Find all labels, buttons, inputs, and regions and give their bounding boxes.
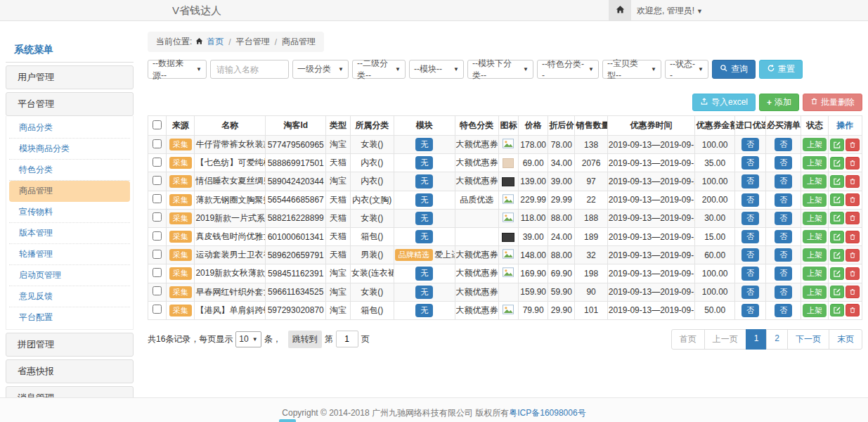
sidebar-sub-item[interactable]: 意见反馈	[9, 286, 130, 307]
per-page-select[interactable]: 10 ▼	[235, 331, 261, 347]
sidebar-sub-item[interactable]: 特色分类	[9, 160, 130, 181]
sidebar-group-item[interactable]: 拼团管理	[6, 333, 134, 357]
must-buy-toggle-badge[interactable]: 否	[775, 267, 792, 280]
breadcrumb-home-link[interactable]: 首页	[207, 36, 224, 48]
imported-toggle-badge[interactable]: 否	[741, 138, 759, 151]
delete-button[interactable]	[846, 157, 860, 170]
filter-select-source[interactable]: --数据来源--▼	[148, 60, 207, 79]
add-button[interactable]: +添加	[759, 94, 799, 111]
row-checkbox[interactable]	[153, 212, 162, 222]
delete-button[interactable]	[846, 212, 860, 224]
edit-button[interactable]	[830, 267, 844, 280]
status-badge[interactable]: 上架	[803, 174, 827, 188]
imported-toggle-badge[interactable]: 否	[741, 156, 759, 170]
status-badge[interactable]: 上架	[803, 230, 827, 243]
status-badge[interactable]: 上架	[803, 138, 827, 151]
name-search-input[interactable]	[210, 60, 289, 79]
delete-button[interactable]	[846, 304, 860, 316]
edit-button[interactable]	[830, 157, 844, 170]
status-badge[interactable]: 上架	[803, 156, 827, 170]
must-buy-toggle-badge[interactable]: 否	[775, 304, 792, 317]
delete-button[interactable]	[846, 231, 860, 243]
import-excel-button[interactable]: 导入excel	[692, 94, 756, 111]
must-buy-toggle-badge[interactable]: 否	[775, 174, 792, 188]
filter-select-feature[interactable]: --特色分类--▼	[537, 60, 599, 79]
must-buy-toggle-badge[interactable]: 否	[775, 138, 792, 151]
sidebar-group-item[interactable]: 平台管理	[6, 92, 134, 116]
row-checkbox[interactable]	[153, 286, 162, 295]
row-checkbox[interactable]	[153, 158, 162, 167]
imported-toggle-badge[interactable]: 否	[741, 193, 759, 207]
select-all-checkbox[interactable]	[153, 120, 162, 129]
filter-select-category1[interactable]: 一级分类▼	[292, 60, 349, 79]
row-checkbox[interactable]	[153, 176, 162, 185]
page-number-input[interactable]	[336, 331, 358, 347]
sidebar-sub-item[interactable]: 平台配置	[9, 307, 130, 328]
filter-select-module[interactable]: --模块--▼	[409, 60, 464, 79]
row-checkbox[interactable]	[153, 250, 162, 259]
sidebar-sub-item[interactable]: 轮播管理	[9, 244, 130, 265]
must-buy-toggle-badge[interactable]: 否	[775, 248, 792, 262]
imported-toggle-badge[interactable]: 否	[741, 286, 759, 299]
must-buy-toggle-badge[interactable]: 否	[775, 230, 792, 243]
jump-button[interactable]: 跳转到	[288, 331, 322, 348]
edit-button[interactable]	[830, 286, 844, 298]
row-checkbox[interactable]	[153, 268, 162, 277]
delete-button[interactable]	[846, 139, 860, 151]
icp-link[interactable]: 粤ICP备16098006号	[509, 408, 585, 418]
edit-button[interactable]	[830, 193, 844, 206]
imported-toggle-badge[interactable]: 否	[741, 174, 759, 188]
sidebar-sub-item[interactable]: 版本管理	[9, 223, 130, 244]
sidebar-sub-item[interactable]: 商品分类	[9, 117, 130, 139]
edit-button[interactable]	[830, 231, 844, 243]
edit-button[interactable]	[830, 212, 844, 224]
sidebar-sub-item[interactable]: 启动页管理	[9, 265, 130, 286]
edit-button[interactable]	[830, 304, 844, 316]
delete-button[interactable]	[846, 286, 860, 298]
row-checkbox[interactable]	[153, 139, 162, 148]
delete-button[interactable]	[846, 249, 860, 262]
imported-toggle-badge[interactable]: 否	[741, 267, 759, 280]
status-badge[interactable]: 上架	[803, 286, 827, 299]
page-button[interactable]: 首页	[671, 329, 705, 350]
page-button[interactable]: 上一页	[704, 329, 746, 350]
sidebar-sub-item[interactable]: 商品管理	[9, 181, 130, 202]
sidebar-group-item[interactable]: 省惠快报	[6, 359, 134, 383]
edit-button[interactable]	[830, 175, 844, 188]
edit-button[interactable]	[830, 139, 844, 151]
must-buy-toggle-badge[interactable]: 否	[775, 156, 792, 170]
must-buy-toggle-badge[interactable]: 否	[775, 193, 792, 207]
filter-select-module-sub[interactable]: --模块下分类--▼	[467, 60, 533, 79]
page-button[interactable]: 1	[746, 329, 767, 350]
filter-select-category2[interactable]: --二级分类--▼	[352, 60, 406, 79]
imported-toggle-badge[interactable]: 否	[741, 248, 759, 262]
status-badge[interactable]: 上架	[803, 267, 827, 280]
imported-toggle-badge[interactable]: 否	[741, 230, 759, 243]
user-menu[interactable]: 欢迎您, 管理员!▼	[637, 0, 703, 22]
batch-delete-button[interactable]: 批量删除	[803, 94, 862, 111]
sidebar-sub-item[interactable]: 模块商品分类	[9, 139, 130, 160]
must-buy-toggle-badge[interactable]: 否	[775, 286, 792, 299]
reset-button[interactable]: 重置	[759, 60, 803, 79]
page-button[interactable]: 下一页	[787, 329, 829, 350]
page-button[interactable]: 末页	[829, 329, 862, 350]
delete-button[interactable]	[846, 193, 860, 206]
sidebar-sub-item[interactable]: 宣传物料	[9, 202, 130, 223]
imported-toggle-badge[interactable]: 否	[741, 304, 759, 317]
row-checkbox[interactable]	[153, 231, 162, 241]
delete-button[interactable]	[846, 267, 860, 280]
row-checkbox[interactable]	[153, 194, 162, 203]
page-button[interactable]: 2	[766, 329, 788, 350]
delete-button[interactable]	[846, 175, 860, 188]
search-button[interactable]: 查询	[712, 60, 756, 79]
status-badge[interactable]: 上架	[803, 193, 827, 207]
must-buy-toggle-badge[interactable]: 否	[775, 212, 792, 225]
filter-select-item-type[interactable]: --宝贝类型--▼	[602, 60, 661, 79]
imported-toggle-badge[interactable]: 否	[741, 212, 759, 225]
edit-button[interactable]	[830, 249, 844, 262]
status-badge[interactable]: 上架	[803, 212, 827, 225]
home-button[interactable]	[609, 0, 631, 20]
filter-select-status[interactable]: --状态--▼	[665, 60, 708, 79]
sidebar-group-item[interactable]: 用户管理	[6, 65, 134, 89]
status-badge[interactable]: 上架	[803, 248, 827, 262]
